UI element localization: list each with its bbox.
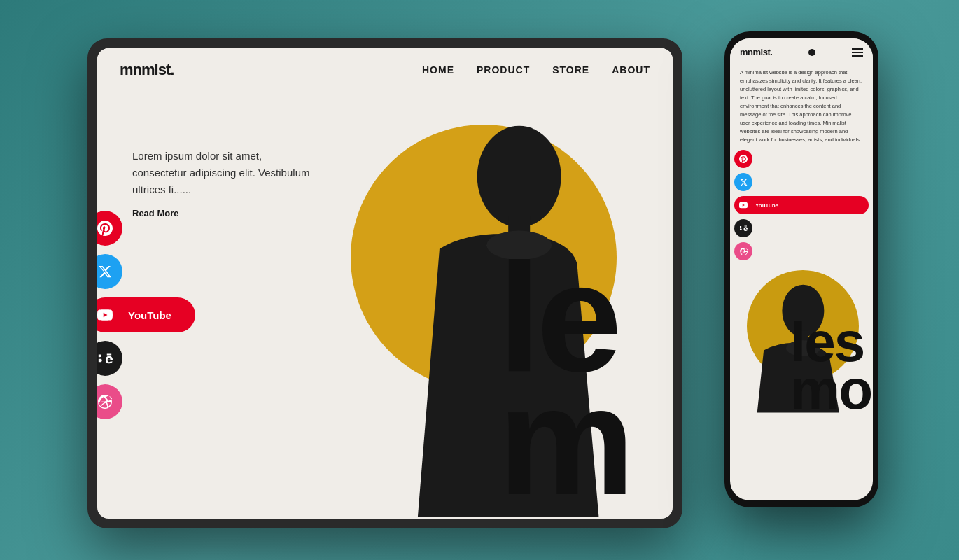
- tablet-big-text: lem: [498, 256, 631, 503]
- nav-home[interactable]: HOME: [422, 64, 454, 76]
- phone-twitter-icon: [734, 173, 752, 191]
- tablet-nav-links: HOME PRODUCT STORE ABOUT: [422, 64, 650, 76]
- phone-pinterest-button[interactable]: [734, 150, 869, 168]
- pinterest-button[interactable]: [97, 211, 195, 246]
- phone-nav-dot: [808, 49, 816, 56]
- tablet-text-block: Lorem ipsum dolor sit amet, consectetur …: [132, 148, 314, 219]
- youtube-button[interactable]: YouTube: [97, 298, 195, 332]
- phone-twitter-button[interactable]: [734, 173, 869, 191]
- tablet-navbar: mnmlst. HOME PRODUCT STORE ABOUT: [97, 48, 673, 92]
- tablet-lorem: Lorem ipsum dolor sit amet, consectetur …: [132, 148, 314, 198]
- youtube-icon: [97, 298, 122, 332]
- phone-description: A minimalist website is a design approac…: [730, 63, 873, 150]
- phone-navbar: mnmlst.: [730, 38, 873, 63]
- phone-behance-icon: [734, 219, 752, 237]
- tablet-hero: lem: [337, 92, 631, 517]
- phone-dribbble-icon: [734, 242, 752, 260]
- scene: mnmlst. HOME PRODUCT STORE ABOUT: [59, 18, 899, 542]
- tablet-content: lem Lorem ipsum dolor sit amet, consecte…: [97, 92, 673, 517]
- phone-screen: mnmlst. A minimalist website is a design…: [730, 38, 873, 500]
- phone-logo: mnmlst.: [740, 47, 772, 57]
- behance-icon: [97, 341, 122, 376]
- twitter-button[interactable]: [97, 254, 195, 289]
- phone-youtube-button[interactable]: YouTube: [734, 196, 869, 214]
- nav-about[interactable]: ABOUT: [612, 64, 650, 76]
- phone-social-icons: YouTube: [730, 150, 873, 260]
- phone-dribbble-button[interactable]: [734, 242, 869, 260]
- phone-big-text: lesmo: [790, 318, 872, 414]
- dribbble-button[interactable]: [97, 384, 195, 419]
- behance-button[interactable]: [97, 341, 195, 376]
- dribbble-icon: [97, 384, 122, 419]
- phone-youtube-label: YouTube: [752, 202, 783, 209]
- phone-pinterest-icon: [734, 150, 752, 168]
- tablet-logo: mnmlst.: [120, 61, 174, 79]
- phone-behance-button[interactable]: [734, 219, 869, 237]
- pinterest-icon: [97, 211, 122, 246]
- phone-youtube-icon: [734, 196, 752, 214]
- phone-device: mnmlst. A minimalist website is a design…: [724, 31, 878, 507]
- tablet-screen: mnmlst. HOME PRODUCT STORE ABOUT: [97, 48, 673, 519]
- svg-point-0: [477, 126, 561, 227]
- phone-hero: lesmo: [730, 263, 873, 417]
- nav-store[interactable]: STORE: [552, 64, 589, 76]
- twitter-icon: [97, 254, 122, 289]
- phone-hamburger-icon[interactable]: [852, 48, 863, 57]
- nav-product[interactable]: PRODUCT: [477, 64, 530, 76]
- youtube-label: YouTube: [122, 309, 183, 321]
- tablet-social-icons: YouTube: [97, 211, 195, 419]
- tablet-device: mnmlst. HOME PRODUCT STORE ABOUT: [88, 38, 682, 528]
